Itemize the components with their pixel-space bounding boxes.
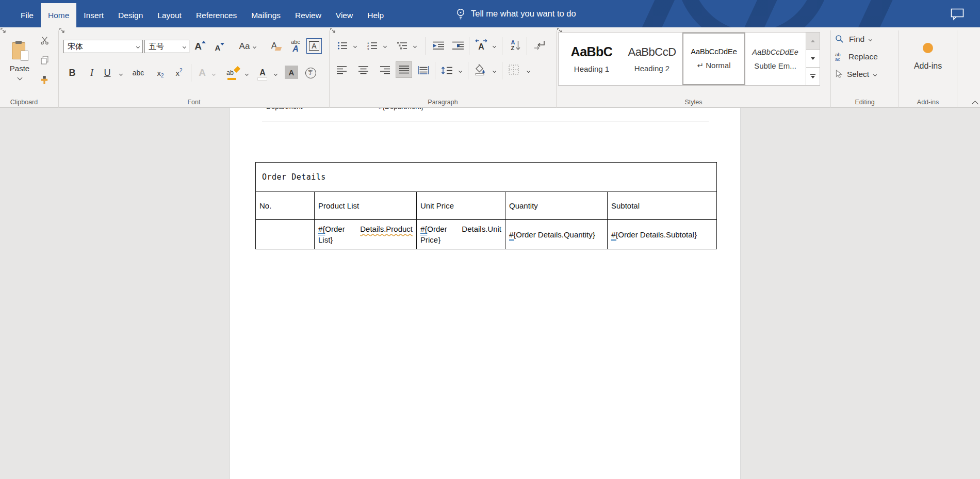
partial-department-row[interactable]: Department #{Department} xyxy=(230,108,740,111)
paragraph-dialog-launcher[interactable] xyxy=(330,27,336,34)
comments-icon[interactable] xyxy=(951,8,965,21)
styles-scroll-up-button[interactable] xyxy=(806,33,820,50)
find-button[interactable]: Find xyxy=(835,33,895,46)
select-button[interactable]: Select xyxy=(835,68,895,81)
asian-layout-chevron[interactable] xyxy=(491,43,498,49)
show-hide-marks-button[interactable] xyxy=(532,38,547,52)
shrink-font-button[interactable]: A xyxy=(211,40,228,55)
enclose-characters-icon: 字 xyxy=(305,68,316,78)
tab-insert[interactable]: Insert xyxy=(76,3,111,27)
style-normal-selected[interactable]: AaBbCcDdEe ↵ Normal xyxy=(682,33,745,85)
text-effects-button[interactable]: A xyxy=(195,66,209,80)
bullets-chevron[interactable] xyxy=(351,43,358,49)
clipboard-dialog-launcher[interactable] xyxy=(0,27,6,34)
replace-icon: ab ac xyxy=(835,52,844,62)
header-cell-quantity[interactable]: Quantity xyxy=(505,192,608,220)
tab-review[interactable]: Review xyxy=(288,3,329,27)
multilevel-list-button[interactable] xyxy=(396,39,409,52)
align-left-button[interactable] xyxy=(335,63,348,77)
align-center-button[interactable] xyxy=(356,63,370,77)
distribute-button[interactable] xyxy=(416,63,431,77)
cut-button[interactable] xyxy=(37,35,52,46)
text-effects-chevron[interactable] xyxy=(209,71,218,77)
borders-chevron[interactable] xyxy=(525,68,532,74)
template-hash: #{ xyxy=(509,230,516,239)
copy-button[interactable] xyxy=(37,54,52,66)
align-right-button[interactable] xyxy=(378,63,391,77)
grow-font-button[interactable]: A xyxy=(192,39,208,54)
data-cell-no[interactable] xyxy=(256,220,315,249)
superscript-button[interactable]: x 2 xyxy=(171,66,187,80)
styles-scroll-down-button[interactable] xyxy=(806,50,820,68)
highlight-chevron[interactable] xyxy=(242,71,251,77)
tab-design[interactable]: Design xyxy=(111,3,150,27)
highlight-pen-icon xyxy=(234,66,240,73)
underline-chevron[interactable] xyxy=(117,71,125,77)
sort-arrow-icon xyxy=(516,40,520,51)
sort-button[interactable]: A Z xyxy=(507,37,525,54)
italic-button[interactable]: I xyxy=(86,66,98,80)
tab-home[interactable]: Home xyxy=(41,3,76,27)
line-spacing-chevron[interactable] xyxy=(456,68,464,74)
numbering-chevron[interactable] xyxy=(381,43,388,49)
numbering-button[interactable]: 1 2 3 xyxy=(366,39,379,52)
enclose-characters-button[interactable]: 字 xyxy=(303,66,318,80)
font-color-button[interactable]: A xyxy=(255,63,270,82)
data-cell-product-list[interactable]: #{Order Details.Product List} xyxy=(315,220,417,249)
tab-layout[interactable]: Layout xyxy=(150,3,189,27)
borders-button[interactable] xyxy=(506,62,521,77)
line-spacing-button[interactable] xyxy=(439,63,454,77)
header-cell-no[interactable]: No. xyxy=(256,192,315,220)
header-cell-product-list[interactable]: Product List xyxy=(315,192,417,220)
increase-indent-button[interactable] xyxy=(450,39,466,52)
collapse-ribbon-button[interactable] xyxy=(970,99,980,107)
data-cell-unit-price[interactable]: #{Order Details.Unit Price} xyxy=(417,220,505,249)
highlight-color-button[interactable]: ab xyxy=(223,63,241,82)
paste-button[interactable]: Paste xyxy=(6,29,33,90)
header-cell-subtotal[interactable]: Subtotal xyxy=(608,192,717,220)
tab-mailings[interactable]: Mailings xyxy=(244,3,288,27)
asian-layout-button[interactable]: A xyxy=(473,37,489,53)
font-size-dropdown-icon[interactable] xyxy=(183,45,186,49)
change-case-button[interactable]: Aa xyxy=(234,39,261,54)
justify-button[interactable] xyxy=(396,61,412,78)
tab-help[interactable]: Help xyxy=(360,3,391,27)
subscript-button[interactable]: x 2 xyxy=(153,66,168,80)
replace-label: Replace xyxy=(848,52,878,61)
shading-button[interactable] xyxy=(472,61,488,78)
data-cell-subtotal[interactable]: #{Order Details.Subtotal} xyxy=(608,220,717,249)
font-color-chevron[interactable] xyxy=(271,71,280,77)
strikethrough-button[interactable]: abc xyxy=(129,66,148,80)
decrease-indent-button[interactable] xyxy=(431,39,446,52)
document-page[interactable]: Department #{Department} Order Details N… xyxy=(230,108,741,479)
styles-more-button[interactable] xyxy=(806,68,820,85)
character-border-button[interactable]: A xyxy=(306,38,322,54)
data-cell-quantity[interactable]: #{Order Details.Quantity} xyxy=(505,220,608,249)
style-heading1[interactable]: AaBbC Heading 1 xyxy=(563,33,620,85)
font-size-combobox[interactable]: 五号 xyxy=(144,40,189,53)
font-name-dropdown-icon[interactable] xyxy=(136,45,140,49)
bold-button[interactable]: B xyxy=(65,66,79,80)
bullets-button[interactable] xyxy=(336,39,349,52)
table-title-cell[interactable]: Order Details xyxy=(256,163,717,192)
strikethrough-letters: abc xyxy=(133,69,144,77)
tab-view[interactable]: View xyxy=(329,3,360,27)
shading-chevron[interactable] xyxy=(491,68,498,74)
multilevel-chevron[interactable] xyxy=(411,43,418,49)
replace-button[interactable]: ab ac Replace xyxy=(835,50,895,63)
character-shading-button[interactable]: A xyxy=(285,66,298,79)
add-ins-button[interactable]: Add-ins xyxy=(907,35,949,79)
clear-formatting-button[interactable]: A xyxy=(268,38,286,54)
search-icon xyxy=(835,35,844,44)
underline-button[interactable]: U xyxy=(101,66,113,80)
tell-me-box[interactable]: Tell me what you want to do xyxy=(456,0,576,27)
format-painter-button[interactable] xyxy=(37,74,52,86)
font-dialog-launcher[interactable] xyxy=(59,27,65,34)
tab-references[interactable]: References xyxy=(189,3,244,27)
font-name-combobox[interactable]: 宋体 xyxy=(63,40,143,53)
phonetic-guide-button[interactable]: abc A xyxy=(287,36,304,56)
style-subtle-emphasis[interactable]: AaBbCcDdEe Subtle Em... xyxy=(746,33,804,85)
header-cell-unit-price[interactable]: Unit Price xyxy=(417,192,505,220)
style-heading2[interactable]: AaBbCcD Heading 2 xyxy=(623,33,681,85)
tab-file[interactable]: File xyxy=(13,3,41,27)
